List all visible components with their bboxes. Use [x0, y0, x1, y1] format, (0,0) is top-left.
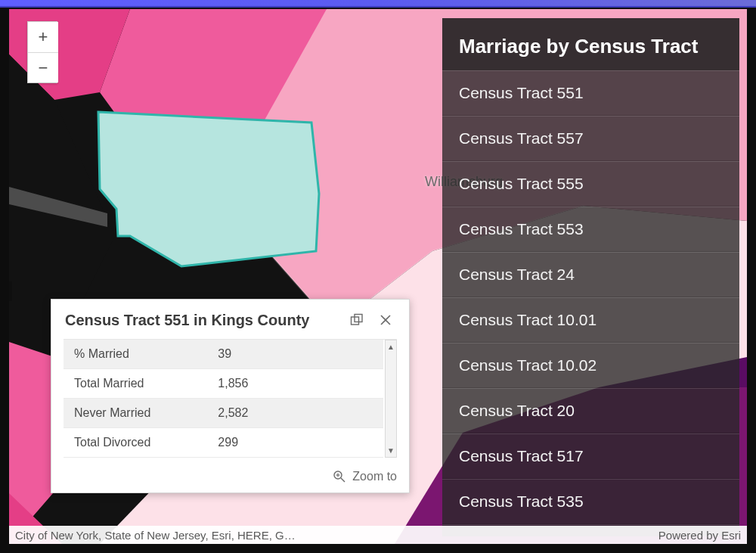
table-row: Never Married2,582 — [64, 399, 383, 428]
tract-list-item[interactable]: Census Tract 551 — [442, 70, 739, 116]
minus-icon: − — [39, 58, 48, 78]
row-value: 2,582 — [207, 399, 383, 428]
popup-table: % Married39Total Married1,856Never Marri… — [64, 340, 383, 458]
tract-list-item[interactable]: Census Tract 10.02 — [442, 343, 739, 388]
row-label: % Married — [64, 340, 207, 369]
row-label: Never Married — [64, 399, 207, 428]
dock-button[interactable] — [347, 310, 367, 330]
table-row: % Married39 — [64, 340, 383, 369]
popup-scrollbar[interactable]: ▲ ▼ — [385, 340, 397, 458]
tract-list-item[interactable]: Census Tract 10.01 — [442, 297, 739, 343]
close-button[interactable] — [376, 310, 395, 330]
zoom-controls: + − — [27, 21, 57, 83]
zoom-out-button[interactable]: − — [28, 52, 58, 82]
row-label: Total Married — [64, 369, 207, 399]
tract-list-item[interactable]: Census Tract 555 — [442, 161, 739, 207]
window-title-bar — [0, 0, 756, 8]
row-label: Total Divorced — [64, 428, 207, 458]
tract-list: Census Tract 551Census Tract 557Census T… — [442, 70, 739, 536]
table-row: Total Divorced299 — [64, 428, 383, 458]
zoom-to-icon — [333, 470, 346, 483]
tract-list-item[interactable]: Census Tract 24 — [442, 252, 739, 297]
dock-icon — [350, 313, 364, 327]
row-value: 1,856 — [207, 369, 383, 399]
attribution-right[interactable]: Powered by Esri — [658, 529, 741, 542]
table-row: Total Married1,856 — [64, 369, 383, 399]
row-value: 299 — [207, 428, 383, 458]
zoom-in-button[interactable]: + — [28, 22, 58, 52]
panel-title: Marriage by Census Tract — [442, 18, 739, 70]
map-canvas[interactable]: + − Williamsburg Marriage by Census Trac… — [9, 9, 747, 544]
svg-line-19 — [341, 478, 345, 482]
scroll-indicator — [9, 281, 12, 301]
tract-list-item[interactable]: Census Tract 20 — [442, 388, 739, 433]
scroll-up-icon[interactable]: ▲ — [387, 340, 395, 353]
tract-list-item[interactable]: Census Tract 535 — [442, 479, 739, 524]
tract-list-item[interactable]: Census Tract 553 — [442, 207, 739, 252]
popup-title: Census Tract 551 in Kings County — [65, 312, 338, 329]
row-value: 39 — [207, 340, 383, 369]
zoom-to-button[interactable]: Zoom to — [352, 470, 397, 483]
plus-icon: + — [39, 27, 48, 47]
tract-list-item[interactable]: Census Tract 517 — [442, 433, 739, 479]
attribution-bar: City of New York, State of New Jersey, E… — [9, 526, 747, 544]
close-icon — [380, 314, 392, 326]
attribution-left: City of New York, State of New Jersey, E… — [15, 529, 640, 542]
side-panel[interactable]: Marriage by Census Tract Census Tract 55… — [442, 18, 739, 536]
feature-popup: Census Tract 551 in Kings County % — [51, 299, 410, 493]
tract-list-item[interactable]: Census Tract 557 — [442, 116, 739, 161]
scroll-down-icon[interactable]: ▼ — [387, 444, 395, 457]
